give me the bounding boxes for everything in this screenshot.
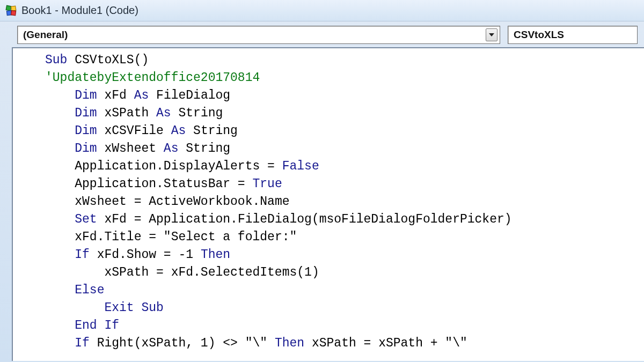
code-pane[interactable]: Sub CSVtoXLS() 'UpdatebyExtendoffice2017… <box>12 47 644 361</box>
window-title: Book1 - Module1 (Code) <box>21 4 138 17</box>
object-dropdown[interactable]: (General) <box>17 26 500 44</box>
titlebar: Book1 - Module1 (Code) <box>0 0 644 21</box>
svg-rect-3 <box>11 10 16 15</box>
object-dropdown-value: (General) <box>23 29 486 41</box>
procedure-dropdown-value: CSVtoXLS <box>514 29 635 41</box>
code-content[interactable]: Sub CSVtoXLS() 'UpdatebyExtendoffice2017… <box>13 48 644 352</box>
svg-marker-4 <box>489 33 494 36</box>
dropdown-row: (General) CSVtoXLS <box>0 21 644 47</box>
procedure-dropdown[interactable]: CSVtoXLS <box>508 26 638 44</box>
chevron-down-icon[interactable] <box>486 28 497 41</box>
svg-rect-0 <box>6 5 11 11</box>
svg-rect-1 <box>11 6 16 11</box>
vba-module-icon <box>5 5 17 17</box>
